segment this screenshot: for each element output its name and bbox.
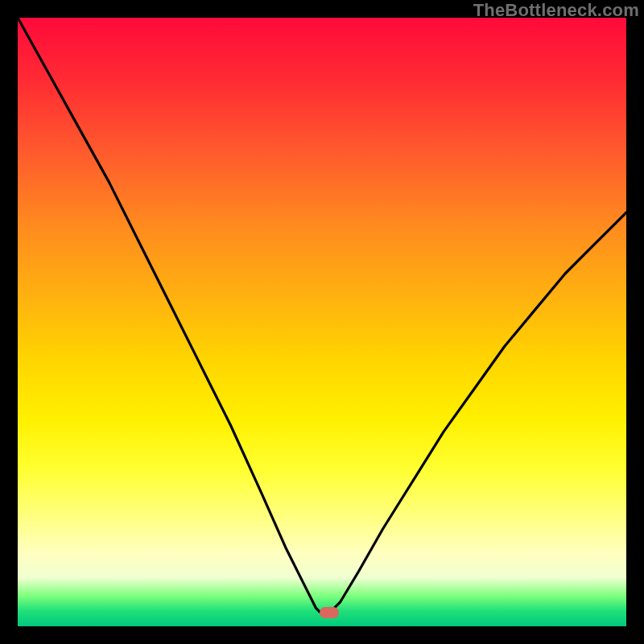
bottleneck-curve — [18, 18, 626, 626]
plot-area — [18, 18, 626, 626]
chart-frame: TheBottleneck.com — [0, 0, 644, 644]
optimum-marker — [320, 607, 339, 618]
